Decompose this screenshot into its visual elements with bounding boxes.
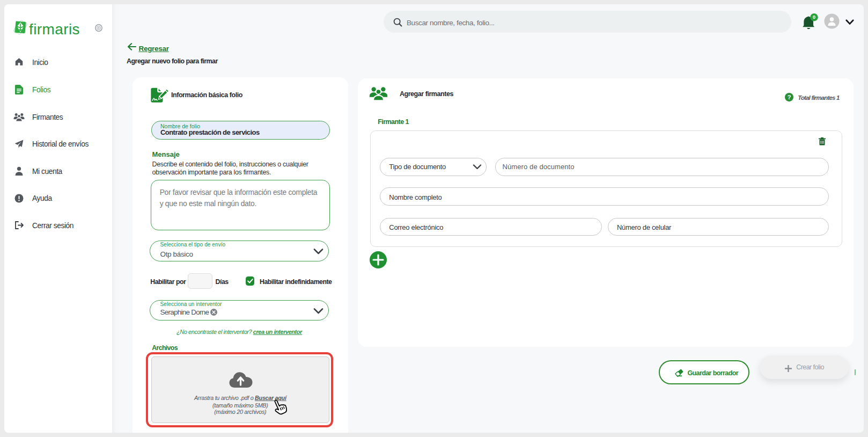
svg-text:?: ? (787, 94, 791, 100)
svg-text:0: 0 (813, 14, 815, 20)
